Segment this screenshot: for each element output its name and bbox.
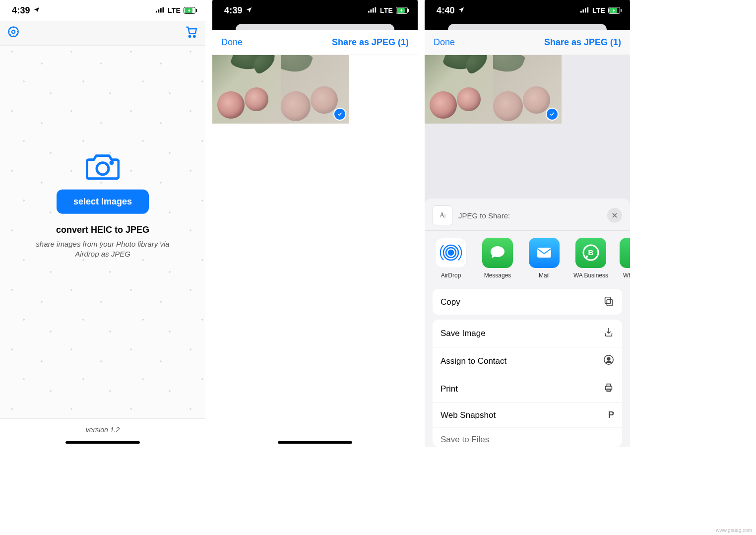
svg-rect-0 — [156, 11, 157, 13]
app-label: Messages — [484, 272, 511, 279]
screen-picker: 4:39 LTE Done Share as JPEG (1) — [212, 0, 418, 447]
action-label: Print — [441, 384, 458, 394]
screen-home: 4:39 LTE select Images — [0, 0, 205, 447]
sheet-grabber — [448, 24, 607, 30]
network-label: LTE — [592, 6, 605, 14]
svg-rect-2 — [160, 8, 162, 12]
location-icon — [246, 5, 252, 16]
thumbnail-area: A| JPEG to Share: AirDrop — [425, 55, 630, 447]
thumbnail-grid — [212, 55, 418, 447]
copy-icon — [603, 296, 614, 309]
camera-icon — [28, 153, 177, 183]
sheet-title: JPEG to Share: — [458, 211, 607, 220]
location-icon — [33, 5, 40, 16]
share-apps-row[interactable]: AirDrop Messages Mail B — [425, 233, 630, 286]
network-label: LTE — [168, 6, 181, 14]
action-label: Web Snapshot — [441, 410, 496, 420]
svg-rect-34 — [605, 297, 611, 303]
status-bar: 4:39 LTE — [212, 0, 418, 21]
watermark: www.gsuag.com — [716, 528, 752, 533]
svg-text:B: B — [588, 248, 594, 257]
action-assign-contact[interactable]: Assign to Contact — [433, 347, 622, 375]
svg-rect-20 — [580, 11, 582, 13]
action-web-snapshot[interactable]: Web Snapshot P — [433, 402, 622, 427]
svg-rect-23 — [587, 7, 588, 13]
actions-group-b: Save Image Assign to Contact Print — [433, 320, 622, 447]
svg-point-8 — [12, 30, 15, 34]
page-title: convert HEIC to JPEG — [28, 225, 177, 235]
home-indicator — [65, 441, 140, 444]
action-save-image[interactable]: Save Image — [433, 320, 622, 347]
app-mail[interactable]: Mail — [527, 238, 562, 279]
svg-rect-1 — [158, 9, 159, 12]
battery-icon — [396, 7, 410, 14]
thumbnail[interactable] — [212, 55, 281, 124]
close-icon[interactable] — [607, 208, 622, 223]
thumbnail-selected[interactable] — [493, 55, 562, 124]
app-whatsapp-partial[interactable]: Wh — [620, 238, 630, 279]
network-label: LTE — [380, 6, 393, 14]
print-icon — [603, 382, 614, 396]
svg-rect-16 — [375, 7, 376, 13]
app-airdrop[interactable]: AirDrop — [434, 238, 468, 279]
contact-icon — [603, 354, 614, 368]
svg-rect-26 — [621, 9, 622, 12]
done-button[interactable]: Done — [434, 37, 455, 48]
action-label: Assign to Contact — [441, 356, 506, 366]
status-bar: 4:40 LTE — [425, 0, 630, 21]
svg-rect-6 — [196, 9, 197, 12]
app-label: WA Business — [573, 272, 608, 279]
app-label: AirDrop — [441, 272, 461, 279]
gear-icon[interactable] — [7, 25, 20, 40]
select-images-button[interactable]: select Images — [57, 190, 149, 214]
share-sheet: A| JPEG to Share: AirDrop — [425, 199, 630, 447]
svg-rect-19 — [408, 9, 409, 12]
status-time: 4:39 — [12, 5, 30, 16]
document-icon: A| — [433, 205, 452, 225]
svg-point-27 — [448, 250, 453, 255]
battery-icon — [608, 7, 622, 14]
cart-icon[interactable] — [185, 25, 198, 41]
thumbnail[interactable] — [425, 55, 493, 124]
signal-icon — [368, 6, 377, 14]
svg-point-11 — [97, 163, 109, 175]
thumbnail-selected[interactable] — [281, 55, 349, 124]
svg-rect-21 — [582, 9, 584, 12]
app-wa-business[interactable]: B WA Business — [573, 238, 608, 279]
svg-point-12 — [111, 162, 113, 164]
signal-icon — [156, 6, 165, 14]
screen-share-sheet: 4:40 LTE Done Share as JPEG (1) — [425, 0, 630, 447]
action-copy[interactable]: Copy — [433, 289, 622, 315]
share-jpeg-button[interactable]: Share as JPEG (1) — [332, 37, 409, 48]
check-icon — [546, 108, 559, 121]
home-indicator — [278, 441, 352, 444]
action-save-files[interactable]: Save to Files — [433, 427, 622, 447]
share-jpeg-button[interactable]: Share as JPEG (1) — [544, 37, 621, 48]
status-time: 4:40 — [437, 5, 455, 16]
svg-point-9 — [189, 36, 191, 38]
svg-rect-14 — [370, 9, 372, 12]
check-icon — [333, 108, 346, 121]
svg-rect-13 — [368, 11, 370, 13]
app-messages[interactable]: Messages — [480, 238, 515, 279]
svg-rect-3 — [162, 7, 164, 13]
sheet-grabber — [236, 24, 394, 30]
done-button[interactable]: Done — [221, 37, 243, 48]
battery-icon — [184, 7, 197, 14]
svg-rect-38 — [607, 384, 610, 387]
svg-rect-15 — [373, 8, 374, 12]
app-p-icon: P — [608, 410, 614, 420]
main-area: select Images convert HEIC to JPEG share… — [0, 45, 205, 447]
status-bar: 4:39 LTE — [0, 0, 205, 21]
action-print[interactable]: Print — [433, 375, 622, 402]
svg-rect-30 — [537, 248, 551, 258]
actions-group-a: Copy — [433, 289, 622, 315]
svg-rect-22 — [585, 8, 586, 12]
page-subtitle: share images from your Photo library via… — [28, 239, 177, 260]
picker-navbar: Done Share as JPEG (1) — [425, 30, 630, 55]
signal-icon — [580, 6, 589, 14]
action-label: Save to Files — [441, 435, 489, 445]
action-label: Copy — [441, 297, 460, 307]
status-time: 4:39 — [224, 5, 243, 16]
location-icon — [458, 5, 465, 16]
